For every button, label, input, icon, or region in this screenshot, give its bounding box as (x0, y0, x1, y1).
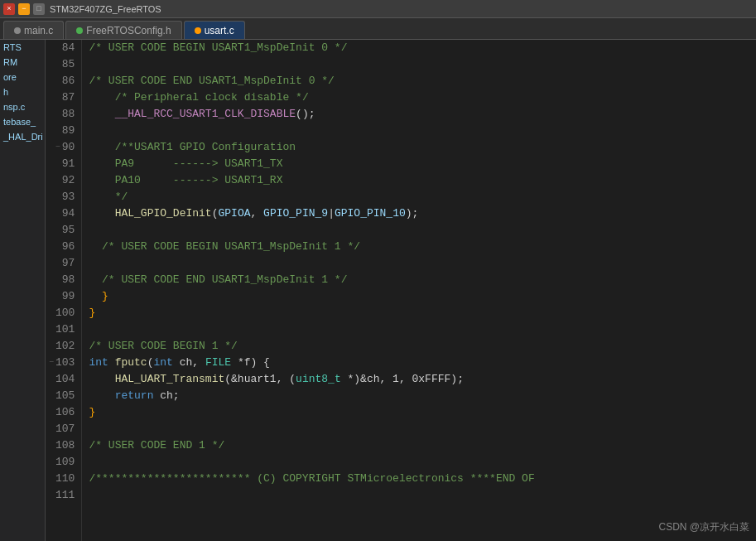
sidebar-item[interactable]: RM (0, 55, 45, 70)
code-token: FILE (205, 355, 231, 371)
line-number: 101 (49, 321, 75, 338)
code-line: */ (89, 189, 756, 205)
code-line (89, 321, 756, 338)
tab-dot-freertos-config-h (76, 27, 83, 34)
line-number: 107 (49, 421, 75, 437)
code-token: GPIOA (218, 205, 250, 222)
code-token: /* Peripheral clock disable */ (115, 89, 309, 106)
line-number: 100 (49, 305, 75, 321)
line-num-text: 91 (62, 156, 75, 172)
code-line: /* USER CODE END 1 */ (89, 437, 756, 454)
sidebar-item[interactable]: _HAL_Dri (0, 129, 45, 144)
code-token: ); (406, 205, 419, 222)
maximize-icon[interactable]: □ (33, 3, 45, 15)
tab-label-main-c: main.c (24, 25, 53, 36)
line-number: 93 (49, 189, 75, 205)
tab-freertos-config-h[interactable]: FreeRTOSConfig.h (65, 21, 181, 39)
line-number: 89 (49, 123, 75, 139)
line-num-text: 101 (55, 321, 75, 338)
code-line (89, 56, 756, 73)
line-number: 98 (49, 272, 75, 288)
sidebar-item[interactable]: RTS (0, 40, 45, 55)
code-token: ( (147, 355, 154, 371)
code-line: } (89, 288, 756, 305)
code-token: /* USER CODE BEGIN USART1_MspDeInit 0 */ (89, 40, 347, 56)
sidebar-item[interactable]: h (0, 85, 45, 99)
line-num-text: 103 (55, 355, 75, 371)
fold-icon[interactable]: − (49, 355, 54, 371)
code-line (89, 421, 756, 437)
code-area: 848586878889−909192939495969798991001011… (46, 40, 756, 541)
line-num-text: 111 (55, 487, 75, 504)
line-number: 84 (49, 40, 75, 56)
line-number: 104 (49, 371, 75, 388)
sidebar-item[interactable]: tebase_ (0, 114, 45, 129)
code-line: HAL_GPIO_DeInit(GPIOA, GPIO_PIN_9|GPIO_P… (89, 205, 756, 222)
sidebar-item[interactable]: nsp.c (0, 99, 45, 114)
window-title: STM32F407ZG_FreeRTOS (50, 4, 161, 14)
line-num-text: 89 (62, 123, 75, 139)
tab-label-usart-c: usart.c (205, 25, 234, 36)
sidebar-item[interactable]: ore (0, 70, 45, 85)
line-numbers: 848586878889−909192939495969798991001011… (46, 40, 82, 541)
line-num-text: 94 (62, 205, 75, 222)
line-num-text: 84 (62, 40, 75, 56)
line-number: −90 (49, 139, 75, 156)
line-number: 88 (49, 106, 75, 123)
tab-label-freertos-config-h: FreeRTOSConfig.h (86, 25, 171, 36)
code-token: PA9 ------> USART1_TX (89, 156, 282, 172)
line-num-text: 92 (62, 172, 75, 189)
code-token: /* USER CODE END 1 */ (89, 437, 224, 454)
code-line: /* USER CODE END USART1_MspDeInit 1 */ (89, 272, 756, 288)
line-num-text: 85 (62, 56, 75, 73)
code-token: PA10 ------> USART1_RX (89, 172, 282, 189)
code-line: HAL_UART_Transmit(&huart1, (uint8_t *)&c… (89, 371, 756, 388)
code-line: } (89, 404, 756, 421)
code-token: int (89, 355, 108, 371)
code-line: /* USER CODE BEGIN USART1_MspDeInit 1 */ (89, 239, 756, 255)
code-line: /************************ (C) COPYRIGHT … (89, 471, 756, 487)
code-token (89, 388, 114, 404)
watermark: CSDN @凉开水白菜 (658, 520, 749, 534)
code-token: , (251, 205, 264, 222)
line-number: 85 (49, 56, 75, 73)
code-token: } (89, 305, 95, 321)
fold-icon[interactable]: − (55, 139, 60, 156)
tab-main-c[interactable]: main.c (3, 21, 64, 39)
code-token (89, 89, 114, 106)
line-num-text: 88 (62, 106, 75, 123)
code-token: HAL_GPIO_DeInit (115, 205, 212, 222)
code-line: /* Peripheral clock disable */ (89, 89, 756, 106)
code-token: fputc (115, 355, 147, 371)
code-token: (); (296, 106, 315, 123)
tab-dot-main-c (14, 27, 21, 34)
code-token: return (115, 388, 154, 404)
code-line (89, 255, 756, 272)
code-token: (&huart1, ( (224, 371, 296, 388)
line-num-text: 96 (62, 239, 75, 255)
line-num-text: 86 (62, 73, 75, 89)
code-line (89, 222, 756, 239)
close-icon[interactable]: × (3, 3, 15, 15)
code-lines: /* USER CODE BEGIN USART1_MspDeInit 0 */… (82, 40, 756, 541)
line-number: ✕−103 (49, 355, 75, 371)
code-line: /**USART1 GPIO Configuration (89, 139, 756, 156)
code-token: /************************ (C) COPYRIGHT … (89, 471, 534, 487)
line-number: 108 (49, 437, 75, 454)
line-num-text: 108 (55, 437, 75, 454)
line-num-text: 98 (62, 272, 75, 288)
code-token: ( (212, 205, 219, 222)
code-token: GPIO_PIN_9 (263, 205, 328, 222)
code-line: int fputc(int ch, FILE *f) { (89, 355, 756, 371)
line-num-text: 110 (55, 471, 75, 487)
minimize-icon[interactable]: − (18, 3, 30, 15)
line-number: 105 (49, 388, 75, 404)
tab-usart-c[interactable]: usart.c (184, 21, 245, 39)
line-number: 87 (49, 89, 75, 106)
code-token: /* USER CODE BEGIN USART1_MspDeInit 1 */ (89, 239, 360, 255)
code-line: __HAL_RCC_USART1_CLK_DISABLE(); (89, 106, 756, 123)
code-line: } (89, 305, 756, 321)
line-num-text: 90 (62, 139, 75, 156)
code-token: *f) { (231, 355, 270, 371)
line-num-text: 93 (62, 189, 75, 205)
